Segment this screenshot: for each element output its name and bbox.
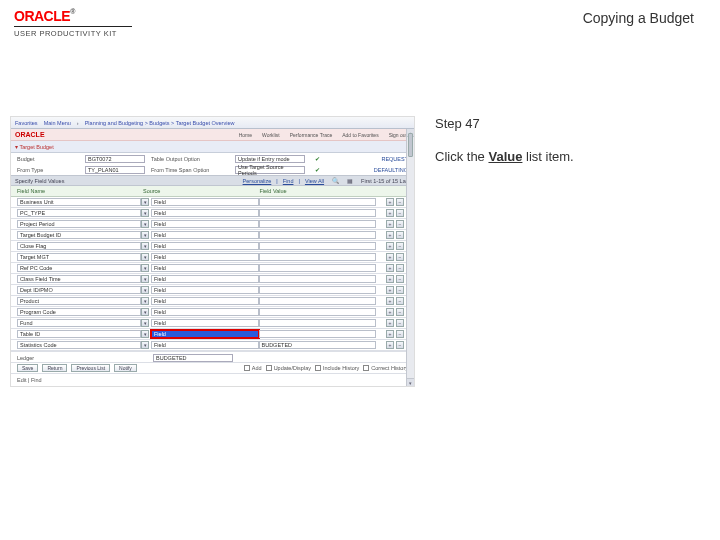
from-type-field[interactable]: TY_PLAN01 <box>85 166 145 174</box>
source-select[interactable]: Field <box>151 319 259 327</box>
add-row-icon[interactable]: + <box>386 286 394 294</box>
field-name-cell[interactable]: Target Budget ID <box>17 231 141 239</box>
field-name-cell[interactable]: Fund <box>17 319 141 327</box>
add-row-icon[interactable]: + <box>386 341 394 349</box>
add-row-icon[interactable]: + <box>386 297 394 305</box>
source-select[interactable]: Field <box>151 264 259 272</box>
value-cell[interactable]: BUDGETED <box>259 341 377 349</box>
delete-row-icon[interactable]: − <box>396 198 404 206</box>
value-cell[interactable] <box>259 209 377 217</box>
delete-row-icon[interactable]: − <box>396 275 404 283</box>
source-select[interactable]: Field <box>151 220 259 228</box>
source-select[interactable]: Field <box>151 253 259 261</box>
add-row-icon[interactable]: + <box>386 264 394 272</box>
link-add-favorites[interactable]: Add to Favorites <box>339 131 381 139</box>
grid-zoom-icon[interactable]: 🔍 <box>332 177 339 184</box>
delete-row-icon[interactable]: − <box>396 242 404 250</box>
source-select[interactable]: Field <box>151 231 259 239</box>
link-perf-trace[interactable]: Performance Trace <box>287 131 336 139</box>
delete-row-icon[interactable]: − <box>396 209 404 217</box>
value-cell[interactable] <box>259 198 377 206</box>
delete-row-icon[interactable]: − <box>396 319 404 327</box>
add-row-icon[interactable]: + <box>386 275 394 283</box>
field-name-cell[interactable]: Statistics Code <box>17 341 141 349</box>
table-output-field[interactable]: Update if Entry mode <box>235 155 305 163</box>
ledger-value[interactable]: BUDGETED <box>153 354 233 362</box>
timespan-field[interactable]: Use Target Source Periods <box>235 166 305 174</box>
delete-row-icon[interactable]: − <box>396 264 404 272</box>
source-select[interactable]: Field <box>151 308 259 316</box>
add-row-icon[interactable]: + <box>386 209 394 217</box>
source-select[interactable]: Field <box>151 297 259 305</box>
field-name-cell[interactable]: Class Field Time <box>17 275 141 283</box>
value-cell[interactable] <box>259 231 377 239</box>
field-name-cell[interactable]: Ref PC Code <box>17 264 141 272</box>
add-row-icon[interactable]: + <box>386 330 394 338</box>
field-name-cell[interactable]: Project Period <box>17 220 141 228</box>
chevron-down-icon[interactable]: ▾ <box>141 297 149 305</box>
delete-row-icon[interactable]: − <box>396 330 404 338</box>
chk-update[interactable]: Update/Display <box>266 365 311 371</box>
chevron-down-icon[interactable]: ▾ <box>141 319 149 327</box>
chevron-down-icon[interactable]: ▾ <box>141 264 149 272</box>
delete-row-icon[interactable]: − <box>396 253 404 261</box>
source-select[interactable]: Field <box>151 341 259 349</box>
add-row-icon[interactable]: + <box>386 231 394 239</box>
value-cell[interactable] <box>259 275 377 283</box>
value-cell[interactable] <box>259 330 377 338</box>
field-name-cell[interactable]: Program Code <box>17 308 141 316</box>
chevron-down-icon[interactable]: ▾ <box>141 220 149 228</box>
source-select[interactable]: Field <box>151 209 259 217</box>
chk-correct[interactable]: Correct History <box>363 365 408 371</box>
value-cell[interactable] <box>259 286 377 294</box>
source-select[interactable]: Field <box>151 286 259 294</box>
delete-row-icon[interactable]: − <box>396 220 404 228</box>
below-text[interactable]: Edit | Find <box>11 373 414 386</box>
scroll-thumb[interactable] <box>408 133 413 157</box>
value-cell[interactable] <box>259 220 377 228</box>
return-button[interactable]: Return <box>42 364 67 372</box>
scroll-down-icon[interactable]: ▾ <box>407 378 414 386</box>
field-name-cell[interactable]: Target MGT <box>17 253 141 261</box>
add-row-icon[interactable]: + <box>386 253 394 261</box>
grid-pager[interactable]: First 1-15 of 15 Last <box>361 178 410 184</box>
chevron-down-icon[interactable]: ▾ <box>141 308 149 316</box>
value-cell[interactable] <box>259 242 377 250</box>
grid-export-icon[interactable]: ▦ <box>347 177 353 184</box>
field-name-cell[interactable]: Product <box>17 297 141 305</box>
chevron-down-icon[interactable]: ▾ <box>141 198 149 206</box>
source-select[interactable]: Field <box>151 242 259 250</box>
field-name-cell[interactable]: Close Flag <box>17 242 141 250</box>
chk-add[interactable]: Add <box>244 365 262 371</box>
add-row-icon[interactable]: + <box>386 308 394 316</box>
value-cell[interactable] <box>259 253 377 261</box>
chevron-down-icon[interactable]: ▾ <box>141 275 149 283</box>
notify-button[interactable]: Notify <box>114 364 137 372</box>
nav-main-menu[interactable]: Main Menu <box>44 120 71 126</box>
source-select[interactable]: Field <box>151 275 259 283</box>
vertical-scrollbar[interactable]: ▴ ▾ <box>406 129 414 386</box>
value-cell[interactable] <box>259 319 377 327</box>
chevron-down-icon[interactable]: ▾ <box>141 231 149 239</box>
chevron-down-icon[interactable]: ▾ <box>141 341 149 349</box>
delete-row-icon[interactable]: − <box>396 297 404 305</box>
chk-include[interactable]: Include History <box>315 365 359 371</box>
link-personalize[interactable]: Personalize <box>243 178 272 184</box>
budget-field[interactable]: BGT0072 <box>85 155 145 163</box>
breadcrumb[interactable]: Planning and Budgeting > Budgets > Targe… <box>85 120 235 126</box>
delete-row-icon[interactable]: − <box>396 308 404 316</box>
add-row-icon[interactable]: + <box>386 198 394 206</box>
chevron-down-icon[interactable]: ▾ <box>141 253 149 261</box>
chevron-down-icon[interactable]: ▾ <box>141 242 149 250</box>
value-cell[interactable] <box>259 308 377 316</box>
link-view-all[interactable]: View All <box>305 178 324 184</box>
link-find[interactable]: Find <box>283 178 294 184</box>
chevron-down-icon[interactable]: ▾ <box>141 330 149 338</box>
link-home[interactable]: Home <box>236 131 255 139</box>
field-name-cell[interactable]: Dept ID/PMO <box>17 286 141 294</box>
value-cell[interactable] <box>259 264 377 272</box>
delete-row-icon[interactable]: − <box>396 341 404 349</box>
chevron-down-icon[interactable]: ▾ <box>141 209 149 217</box>
nav-favorites[interactable]: Favorites <box>15 120 38 126</box>
prev-list-button[interactable]: Previous List <box>71 364 110 372</box>
